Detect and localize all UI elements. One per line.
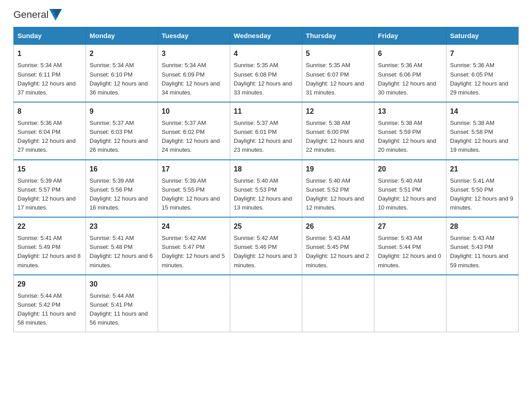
- calendar-cell: 8 Sunrise: 5:36 AMSunset: 6:04 PMDayligh…: [14, 102, 86, 160]
- day-info: Sunrise: 5:42 AMSunset: 5:46 PMDaylight:…: [234, 235, 297, 268]
- logo: General: [13, 9, 63, 19]
- calendar-cell: 25 Sunrise: 5:42 AMSunset: 5:46 PMDaylig…: [230, 217, 302, 275]
- day-number: 22: [17, 221, 82, 232]
- day-info: Sunrise: 5:38 AMSunset: 5:58 PMDaylight:…: [450, 120, 508, 153]
- calendar-cell: 19 Sunrise: 5:40 AMSunset: 5:52 PMDaylig…: [302, 160, 374, 218]
- column-header-tuesday: Tuesday: [158, 27, 230, 45]
- column-header-monday: Monday: [86, 27, 158, 45]
- day-number: 8: [17, 106, 82, 117]
- day-number: 24: [162, 221, 226, 232]
- calendar-cell: 23 Sunrise: 5:41 AMSunset: 5:48 PMDaylig…: [86, 217, 158, 275]
- day-number: 21: [450, 164, 515, 175]
- calendar-cell: 9 Sunrise: 5:37 AMSunset: 6:03 PMDayligh…: [86, 102, 158, 160]
- calendar-cell: 5 Sunrise: 5:35 AMSunset: 6:07 PMDayligh…: [302, 44, 374, 102]
- calendar-cell: [302, 275, 374, 332]
- calendar-cell: 7 Sunrise: 5:36 AMSunset: 6:05 PMDayligh…: [446, 44, 519, 102]
- day-info: Sunrise: 5:37 AMSunset: 6:02 PMDaylight:…: [162, 120, 220, 153]
- day-number: 3: [162, 48, 226, 59]
- calendar-cell: 28 Sunrise: 5:43 AMSunset: 5:43 PMDaylig…: [446, 217, 519, 275]
- day-info: Sunrise: 5:39 AMSunset: 5:57 PMDaylight:…: [17, 177, 76, 211]
- day-info: Sunrise: 5:37 AMSunset: 6:01 PMDaylight:…: [234, 120, 292, 153]
- day-info: Sunrise: 5:40 AMSunset: 5:51 PMDaylight:…: [378, 177, 436, 211]
- day-info: Sunrise: 5:43 AMSunset: 5:44 PMDaylight:…: [378, 235, 441, 268]
- calendar-cell: 3 Sunrise: 5:34 AMSunset: 6:09 PMDayligh…: [158, 44, 230, 102]
- day-info: Sunrise: 5:39 AMSunset: 5:56 PMDaylight:…: [90, 177, 148, 211]
- day-number: 28: [450, 221, 515, 232]
- calendar-table: SundayMondayTuesdayWednesdayThursdayFrid…: [13, 27, 519, 332]
- calendar-cell: [374, 275, 446, 332]
- calendar-cell: 15 Sunrise: 5:39 AMSunset: 5:57 PMDaylig…: [14, 160, 86, 218]
- logo-icon: [49, 9, 62, 21]
- day-info: Sunrise: 5:40 AMSunset: 5:53 PMDaylight:…: [234, 177, 292, 211]
- day-info: Sunrise: 5:36 AMSunset: 6:04 PMDaylight:…: [17, 120, 76, 153]
- day-number: 10: [162, 106, 226, 117]
- day-info: Sunrise: 5:34 AMSunset: 6:09 PMDaylight:…: [162, 62, 220, 95]
- calendar-week-row: 1 Sunrise: 5:34 AMSunset: 6:11 PMDayligh…: [14, 44, 519, 102]
- day-number: 11: [234, 106, 298, 117]
- day-info: Sunrise: 5:43 AMSunset: 5:43 PMDaylight:…: [450, 235, 508, 268]
- day-info: Sunrise: 5:37 AMSunset: 6:03 PMDaylight:…: [90, 120, 148, 153]
- day-number: 30: [90, 279, 154, 290]
- calendar-cell: 30 Sunrise: 5:44 AMSunset: 5:41 PMDaylig…: [86, 275, 158, 332]
- day-info: Sunrise: 5:39 AMSunset: 5:55 PMDaylight:…: [162, 177, 220, 211]
- calendar-header-row: SundayMondayTuesdayWednesdayThursdayFrid…: [14, 27, 519, 45]
- calendar-cell: 6 Sunrise: 5:36 AMSunset: 6:06 PMDayligh…: [374, 44, 446, 102]
- day-info: Sunrise: 5:34 AMSunset: 6:11 PMDaylight:…: [17, 62, 76, 95]
- day-number: 5: [306, 48, 370, 59]
- day-number: 16: [90, 164, 154, 175]
- calendar-week-row: 22 Sunrise: 5:41 AMSunset: 5:49 PMDaylig…: [14, 217, 519, 275]
- day-number: 29: [17, 279, 82, 290]
- calendar-cell: 18 Sunrise: 5:40 AMSunset: 5:53 PMDaylig…: [230, 160, 302, 218]
- day-number: 13: [378, 106, 442, 117]
- calendar-cell: [230, 275, 302, 332]
- column-header-wednesday: Wednesday: [230, 27, 302, 45]
- calendar-cell: 17 Sunrise: 5:39 AMSunset: 5:55 PMDaylig…: [158, 160, 230, 218]
- day-info: Sunrise: 5:43 AMSunset: 5:45 PMDaylight:…: [306, 235, 369, 268]
- day-number: 6: [378, 48, 442, 59]
- column-header-thursday: Thursday: [302, 27, 374, 45]
- day-info: Sunrise: 5:36 AMSunset: 6:06 PMDaylight:…: [378, 62, 436, 95]
- calendar-cell: 2 Sunrise: 5:34 AMSunset: 6:10 PMDayligh…: [86, 44, 158, 102]
- day-info: Sunrise: 5:42 AMSunset: 5:47 PMDaylight:…: [162, 235, 225, 268]
- day-number: 2: [90, 48, 154, 59]
- calendar-cell: 21 Sunrise: 5:41 AMSunset: 5:50 PMDaylig…: [446, 160, 519, 218]
- day-info: Sunrise: 5:41 AMSunset: 5:48 PMDaylight:…: [90, 235, 153, 268]
- day-info: Sunrise: 5:35 AMSunset: 6:08 PMDaylight:…: [234, 62, 292, 95]
- day-info: Sunrise: 5:41 AMSunset: 5:50 PMDaylight:…: [450, 177, 513, 211]
- day-number: 4: [234, 48, 298, 59]
- day-info: Sunrise: 5:44 AMSunset: 5:41 PMDaylight:…: [90, 292, 148, 326]
- column-header-saturday: Saturday: [446, 27, 519, 45]
- calendar-cell: 22 Sunrise: 5:41 AMSunset: 5:49 PMDaylig…: [14, 217, 86, 275]
- day-number: 19: [306, 164, 370, 175]
- day-info: Sunrise: 5:44 AMSunset: 5:42 PMDaylight:…: [17, 292, 76, 326]
- day-number: 27: [378, 221, 442, 232]
- day-number: 12: [306, 106, 370, 117]
- logo-general: General: [13, 9, 48, 21]
- calendar-cell: 11 Sunrise: 5:37 AMSunset: 6:01 PMDaylig…: [230, 102, 302, 160]
- calendar-cell: [446, 275, 519, 332]
- calendar-week-row: 29 Sunrise: 5:44 AMSunset: 5:42 PMDaylig…: [14, 275, 519, 332]
- day-info: Sunrise: 5:38 AMSunset: 6:00 PMDaylight:…: [306, 120, 364, 153]
- day-number: 26: [306, 221, 370, 232]
- calendar-cell: 20 Sunrise: 5:40 AMSunset: 5:51 PMDaylig…: [374, 160, 446, 218]
- day-number: 1: [17, 48, 82, 59]
- day-info: Sunrise: 5:38 AMSunset: 5:59 PMDaylight:…: [378, 120, 436, 153]
- calendar-cell: 14 Sunrise: 5:38 AMSunset: 5:58 PMDaylig…: [446, 102, 519, 160]
- day-number: 23: [90, 221, 154, 232]
- day-info: Sunrise: 5:40 AMSunset: 5:52 PMDaylight:…: [306, 177, 364, 211]
- page-header: General: [13, 9, 519, 19]
- calendar-week-row: 8 Sunrise: 5:36 AMSunset: 6:04 PMDayligh…: [14, 102, 519, 160]
- day-info: Sunrise: 5:34 AMSunset: 6:10 PMDaylight:…: [90, 62, 148, 95]
- calendar-cell: [158, 275, 230, 332]
- column-header-friday: Friday: [374, 27, 446, 45]
- calendar-cell: 12 Sunrise: 5:38 AMSunset: 6:00 PMDaylig…: [302, 102, 374, 160]
- calendar-cell: 26 Sunrise: 5:43 AMSunset: 5:45 PMDaylig…: [302, 217, 374, 275]
- day-info: Sunrise: 5:36 AMSunset: 6:05 PMDaylight:…: [450, 62, 508, 95]
- calendar-cell: 10 Sunrise: 5:37 AMSunset: 6:02 PMDaylig…: [158, 102, 230, 160]
- calendar-week-row: 15 Sunrise: 5:39 AMSunset: 5:57 PMDaylig…: [14, 160, 519, 218]
- day-info: Sunrise: 5:41 AMSunset: 5:49 PMDaylight:…: [17, 235, 81, 268]
- day-number: 7: [450, 48, 515, 59]
- calendar-cell: 13 Sunrise: 5:38 AMSunset: 5:59 PMDaylig…: [374, 102, 446, 160]
- day-number: 14: [450, 106, 515, 117]
- day-number: 20: [378, 164, 442, 175]
